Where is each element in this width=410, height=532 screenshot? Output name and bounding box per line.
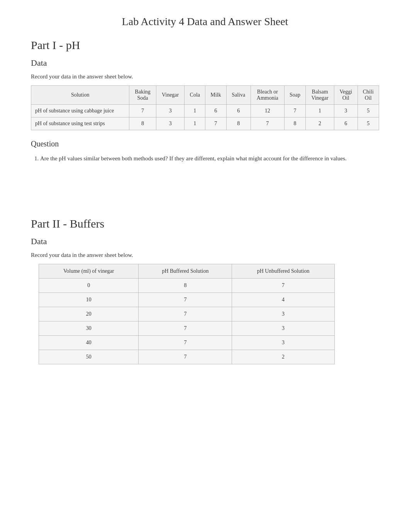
cell-vol-40: 40 — [39, 336, 139, 350]
cell-unbuf-40: 3 — [232, 336, 334, 350]
cell-unbuf-20: 3 — [232, 307, 334, 321]
part1-table: Solution BakingSoda Vinegar Cola Milk Sa… — [31, 85, 379, 130]
col-baking-soda: BakingSoda — [129, 86, 156, 105]
table-row: 40 7 3 — [39, 336, 335, 350]
cell-r2-baking-soda: 8 — [129, 117, 156, 130]
part1-data-label: Data — [31, 58, 379, 68]
part1-question-section: Question Are the pH values similar betwe… — [31, 139, 379, 198]
cell-r2-balsam: 2 — [306, 117, 334, 130]
part1-record-text: Record your data in the answer sheet bel… — [31, 73, 379, 80]
table-row: 0 8 7 — [39, 279, 335, 293]
part2-table: Volume (ml) of vinegar pH Buffered Solut… — [39, 264, 335, 364]
part2-record-text: Record your data in the answer sheet bel… — [31, 252, 379, 258]
cell-r2-milk: 7 — [205, 117, 226, 130]
cell-unbuf-30: 3 — [232, 321, 334, 336]
question-1-text: Are the pH values similar between both m… — [40, 155, 347, 161]
question-1: Are the pH values similar between both m… — [40, 154, 379, 163]
col-soap: Soap — [284, 86, 305, 105]
cell-r2-chili: 5 — [357, 117, 379, 130]
cell-buf-0: 8 — [139, 279, 232, 293]
col-saliva: Saliva — [226, 86, 251, 105]
question-label: Question — [31, 139, 379, 148]
cell-vol-10: 10 — [39, 293, 139, 307]
cell-r1-chili: 5 — [357, 105, 379, 117]
table-row: 20 7 3 — [39, 307, 335, 321]
col-solution: Solution — [31, 86, 129, 105]
col-cola: Cola — [185, 86, 205, 105]
cell-unbuf-50: 2 — [232, 350, 334, 364]
cell-buf-20: 7 — [139, 307, 232, 321]
cell-r2-vinegar: 3 — [156, 117, 185, 130]
col-chili-oil: ChiliOil — [357, 86, 379, 105]
col-bleach-ammonia: Bleach orAmmonia — [251, 86, 284, 105]
cell-r1-vinegar: 3 — [156, 105, 185, 117]
col-veggi-oil: VeggiOil — [334, 86, 357, 105]
cell-r1-baking-soda: 7 — [129, 105, 156, 117]
row2-label: pH of substance using test strips — [31, 117, 129, 130]
cell-buf-40: 7 — [139, 336, 232, 350]
cell-r2-cola: 1 — [185, 117, 205, 130]
part1-heading: Part I - pH — [31, 39, 379, 52]
cell-r2-veggi: 6 — [334, 117, 357, 130]
cell-r1-saliva: 6 — [226, 105, 251, 117]
cell-r2-saliva: 8 — [226, 117, 251, 130]
table-row: 30 7 3 — [39, 321, 335, 336]
col-balsam-vinegar: BalsamVinegar — [306, 86, 334, 105]
cell-r1-milk: 6 — [205, 105, 226, 117]
cell-r1-cola: 1 — [185, 105, 205, 117]
cell-buf-30: 7 — [139, 321, 232, 336]
part2-heading: Part II - Buffers — [31, 217, 379, 230]
cell-vol-50: 50 — [39, 350, 139, 364]
cell-r2-bleach: 7 — [251, 117, 284, 130]
page-title: Lab Activity 4 Data and Answer Sheet — [31, 15, 379, 28]
part2-data-label: Data — [31, 236, 379, 246]
table-row: pH of substance using test strips 8 3 1 … — [31, 117, 379, 130]
cell-unbuf-10: 4 — [232, 293, 334, 307]
cell-buf-10: 7 — [139, 293, 232, 307]
col-volume: Volume (ml) of vinegar — [39, 264, 139, 279]
question-list: Are the pH values similar between both m… — [40, 154, 379, 163]
col-ph-buffered: pH Buffered Solution — [139, 264, 232, 279]
table-row: pH of substance using cabbage juice 7 3 … — [31, 105, 379, 117]
cell-r1-bleach: 12 — [251, 105, 284, 117]
cell-r2-soap: 8 — [284, 117, 305, 130]
cell-r1-veggi: 3 — [334, 105, 357, 117]
cell-vol-0: 0 — [39, 279, 139, 293]
table-row: 50 7 2 — [39, 350, 335, 364]
col-vinegar: Vinegar — [156, 86, 185, 105]
cell-buf-50: 7 — [139, 350, 232, 364]
col-milk: Milk — [205, 86, 226, 105]
cell-r1-soap: 7 — [284, 105, 305, 117]
row1-label: pH of substance using cabbage juice — [31, 105, 129, 117]
table-header-row: Solution BakingSoda Vinegar Cola Milk Sa… — [31, 86, 379, 105]
cell-vol-20: 20 — [39, 307, 139, 321]
col-ph-unbuffered: pH Unbuffered Solution — [232, 264, 334, 279]
table-row: 10 7 4 — [39, 293, 335, 307]
cell-r1-balsam: 1 — [306, 105, 334, 117]
cell-unbuf-0: 7 — [232, 279, 334, 293]
buffers-header-row: Volume (ml) of vinegar pH Buffered Solut… — [39, 264, 335, 279]
part2-section: Part II - Buffers Data Record your data … — [31, 217, 379, 364]
answer-area-1 — [31, 167, 379, 198]
cell-vol-30: 30 — [39, 321, 139, 336]
